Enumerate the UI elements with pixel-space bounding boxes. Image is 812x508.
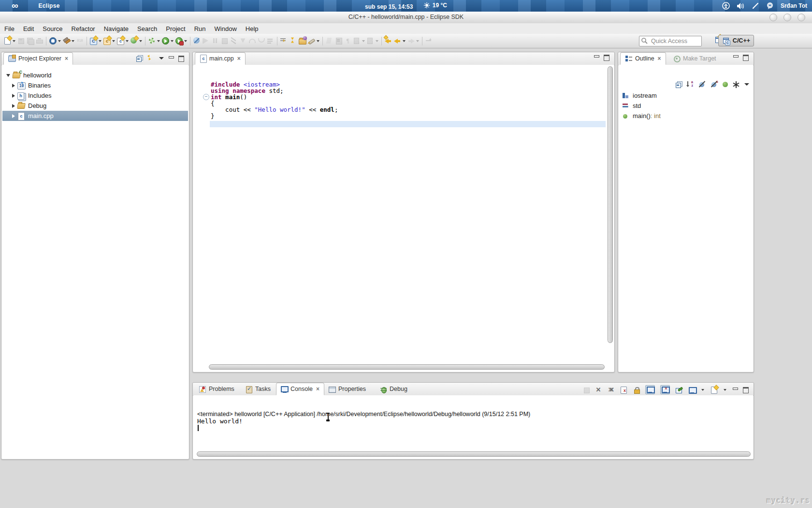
scroll-lock-icon[interactable] <box>633 386 640 393</box>
editor-vertical-scrollbar[interactable] <box>607 66 613 362</box>
format-icon[interactable] <box>325 37 334 45</box>
menu-file[interactable]: File <box>0 24 19 33</box>
forward-icon[interactable] <box>407 37 415 45</box>
code-editor[interactable]: #include <iostream> using namespace std;… <box>193 65 614 372</box>
link-with-editor-icon[interactable] <box>147 55 155 62</box>
menu-project[interactable]: Project <box>161 24 189 33</box>
step-into-icon[interactable] <box>239 37 247 45</box>
tab-make-target[interactable]: Make Target <box>668 52 721 65</box>
hide-static-icon[interactable]: s <box>710 81 718 88</box>
fold-collapse-icon[interactable]: − <box>203 94 209 100</box>
new-c-source-icon[interactable]: c <box>116 37 125 45</box>
show-on-stdout-icon[interactable]: x <box>660 385 670 394</box>
tab-console[interactable]: Console × <box>276 383 324 395</box>
accessibility-icon[interactable] <box>722 2 730 10</box>
console-output-area[interactable]: <terminated> helloworld [C/C++ Applicati… <box>193 395 753 459</box>
maximize-icon[interactable] <box>742 387 749 392</box>
new-class-icon[interactable] <box>130 37 138 45</box>
link-with-editor-icon[interactable] <box>425 37 433 45</box>
tab-outline[interactable]: Outline × <box>620 52 666 65</box>
terminate-icon[interactable] <box>220 37 229 45</box>
tab-problems[interactable]: Problems <box>195 383 239 395</box>
tab-debug[interactable]: Debug <box>376 383 412 395</box>
window-button-maximize[interactable] <box>783 14 791 21</box>
profile-icon[interactable] <box>175 37 183 45</box>
menu-navigate[interactable]: Navigate <box>100 24 133 33</box>
run-dropdown[interactable] <box>171 40 174 42</box>
tree-item-includes[interactable]: h Includes <box>2 90 188 101</box>
editor-horizontal-scrollbar[interactable] <box>209 364 606 370</box>
expander-closed-icon[interactable] <box>12 104 15 108</box>
mark-occurrences-icon[interactable] <box>280 37 288 45</box>
scrollbar-thumb[interactable] <box>209 364 605 370</box>
tab-tasks[interactable]: Tasks <box>241 383 275 395</box>
instruction-stepping-icon[interactable] <box>266 37 275 45</box>
new-c-folder-dropdown[interactable] <box>112 40 115 42</box>
terminate-icon[interactable] <box>583 387 590 393</box>
minimize-icon[interactable] <box>732 55 739 60</box>
close-tab-icon[interactable]: × <box>237 55 241 62</box>
hide-inactive-icon[interactable] <box>733 81 740 88</box>
outline-item-std[interactable]: std <box>622 101 641 111</box>
username-label[interactable]: Srđan Tot <box>781 2 807 9</box>
debug-dropdown[interactable] <box>157 40 160 42</box>
view-menu-icon[interactable] <box>744 83 749 86</box>
menu-source[interactable]: Source <box>38 24 67 33</box>
build-hammer-icon[interactable] <box>62 37 71 45</box>
expander-closed-icon[interactable] <box>12 84 15 88</box>
print-icon[interactable] <box>35 37 44 45</box>
new-class-dropdown[interactable] <box>139 40 142 42</box>
tree-item-main-cpp[interactable]: c main.cpp <box>2 111 188 121</box>
outline-item-iostream[interactable]: iostream <box>622 90 657 101</box>
collapse-all-icon[interactable] <box>676 81 682 88</box>
close-tab-icon[interactable]: × <box>65 55 68 62</box>
new-wizard-icon[interactable] <box>3 37 12 45</box>
search-pen-icon[interactable] <box>307 37 316 45</box>
show-list-icon[interactable] <box>334 37 343 45</box>
save-icon[interactable] <box>17 37 25 45</box>
minimize-icon[interactable] <box>168 56 174 61</box>
skip-all-breakpoints-icon[interactable] <box>193 37 201 45</box>
tab-project-explorer[interactable]: Project Explorer × <box>3 52 73 65</box>
save-all-icon[interactable] <box>26 37 34 45</box>
binary-icon[interactable]: 010 <box>76 37 84 45</box>
disconnect-icon[interactable] <box>230 37 238 45</box>
previous-annotation-dropdown[interactable] <box>376 40 378 42</box>
menu-window[interactable]: Window <box>210 24 241 33</box>
expander-closed-icon[interactable] <box>12 114 15 118</box>
open-console-icon[interactable] <box>710 386 718 394</box>
outline-body[interactable]: s iostream std main() : int <box>619 65 753 372</box>
new-wizard-dropdown[interactable] <box>13 40 15 42</box>
remove-all-terminated-icon[interactable]: ✕✕ <box>607 387 615 393</box>
step-return-icon[interactable] <box>257 37 265 45</box>
menu-edit[interactable]: Edit <box>19 24 38 33</box>
menu-help[interactable]: Help <box>241 24 263 33</box>
show-whitespace-icon[interactable]: ¶ <box>344 37 352 45</box>
menu-refactor[interactable]: Refactor <box>67 24 100 33</box>
clear-console-icon[interactable]: x <box>620 386 627 393</box>
volume-icon[interactable] <box>737 2 745 10</box>
minimize-icon[interactable] <box>593 55 599 60</box>
open-resource-icon[interactable] <box>298 37 306 45</box>
open-console-dropdown[interactable] <box>724 389 726 391</box>
pen-icon[interactable] <box>752 2 759 10</box>
close-tab-icon[interactable]: × <box>316 386 319 392</box>
remove-launch-icon[interactable]: ✕ <box>595 387 602 393</box>
next-annotation-icon[interactable] <box>353 37 361 45</box>
scrollbar-thumb[interactable] <box>197 451 751 457</box>
profile-dropdown[interactable] <box>184 40 187 42</box>
hide-non-public-icon[interactable] <box>723 82 728 87</box>
back-icon[interactable] <box>393 37 402 45</box>
clock-tool-icon[interactable] <box>49 37 57 45</box>
maximize-icon[interactable] <box>742 55 749 60</box>
display-console-dropdown[interactable] <box>701 389 704 391</box>
maximize-icon[interactable] <box>178 56 184 61</box>
display-console-icon[interactable] <box>688 386 696 394</box>
view-menu-icon[interactable] <box>159 57 164 60</box>
quick-access-box[interactable] <box>639 36 702 46</box>
previous-annotation-icon[interactable] <box>366 37 375 45</box>
quick-access-input[interactable] <box>650 37 700 45</box>
next-annotation-dropdown[interactable] <box>362 40 365 42</box>
tab-properties[interactable]: Properties <box>324 383 370 395</box>
forward-dropdown[interactable] <box>416 40 419 42</box>
